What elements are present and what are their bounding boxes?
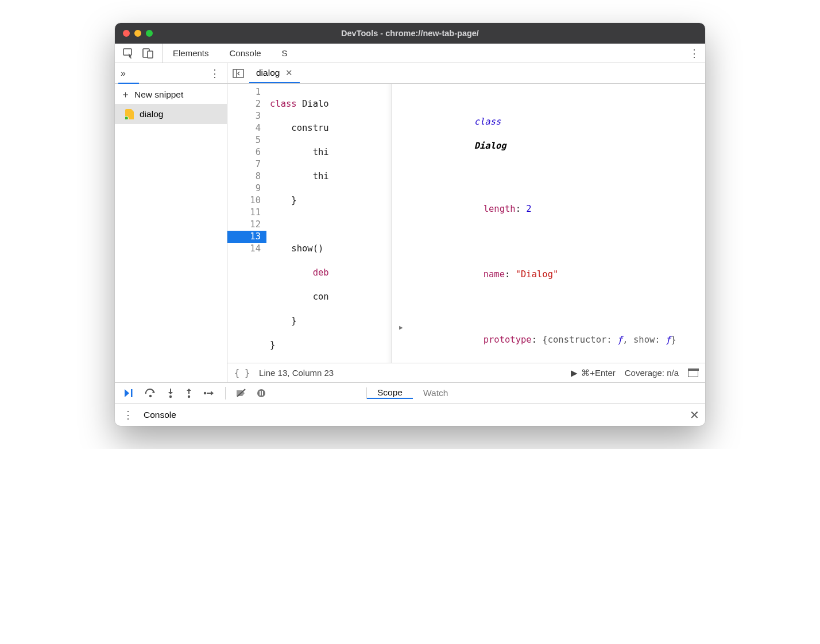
step-over-icon[interactable] [145,389,156,398]
svg-rect-3 [233,69,243,77]
code-content[interactable]: class Dialo constru thi thi } show() deb… [266,84,705,363]
svg-rect-5 [131,389,133,397]
traffic-lights [123,30,153,37]
prop-prototype[interactable]: prototype: {constructor: ƒ, show: ƒ} [399,319,705,360]
tab-elements[interactable]: Elements [163,44,219,63]
tab-sources[interactable]: S [272,44,298,63]
editor-tab-dialog[interactable]: dialog ✕ [249,63,300,83]
new-snippet-button[interactable]: ＋ New snippet [115,85,227,104]
sidebar-header: » ⋮ [115,63,227,84]
debugger-toolbar: Scope Watch [115,382,705,403]
main-toolbar: Elements Console S ⋮ [115,44,705,63]
snippet-item-label: dialog [140,109,163,119]
play-icon: ▶ [571,368,578,378]
new-snippet-label: New snippet [134,90,183,100]
sidebar-expand-icon[interactable]: » [121,68,126,79]
window-title: DevTools - chrome://new-tab-page/ [115,29,705,38]
code-area[interactable]: 1234 5678 9101112 1314 class Dialo const… [227,84,705,363]
sidebar-more-icon[interactable]: ⋮ [207,67,222,80]
tab-scope[interactable]: Scope [367,387,413,399]
svg-point-14 [257,389,265,397]
svg-point-8 [169,395,172,397]
pretty-print-icon[interactable]: { } [234,368,250,378]
run-snippet-button[interactable]: ▶ ⌘+Enter [571,368,616,378]
editor-statusbar: { } Line 13, Column 23 ▶ ⌘+Enter Coverag… [227,363,705,382]
object-preview-popover: class Dialog length: 2 name: "Dialog" pr… [392,84,705,363]
device-toolbar-icon[interactable] [142,48,154,59]
step-out-icon[interactable] [185,388,193,398]
editor-tab-label: dialog [256,68,280,78]
prop-name[interactable]: name: "Dialog" [399,254,705,295]
debugger-sidebar-toggle-icon[interactable] [688,369,698,377]
svg-point-11 [204,391,206,394]
line-gutter: 1234 5678 9101112 1314 [227,84,266,363]
tab-console[interactable]: Console [219,44,272,63]
console-drawer: ⋮ Console ✕ [115,403,705,426]
snippet-file-icon [125,109,134,119]
cursor-position: Line 13, Column 23 [259,368,334,378]
titlebar: DevTools - chrome://new-tab-page/ [115,23,705,44]
sidebar-tab-indicator [118,83,139,84]
close-drawer-icon[interactable]: ✕ [690,408,699,422]
more-options-icon[interactable]: ⋮ [687,47,702,60]
step-icon[interactable] [203,389,215,397]
plus-icon: ＋ [121,88,130,101]
svg-rect-2 [148,51,153,58]
coverage-label: Coverage: n/a [625,368,679,378]
prop-length[interactable]: length: 2 [399,188,705,230]
main-area: » ⋮ ＋ New snippet dialog dialog ✕ [115,63,705,382]
close-tab-icon[interactable]: ✕ [285,68,293,78]
deactivate-breakpoints-icon[interactable] [236,389,246,398]
svg-point-10 [188,395,190,397]
svg-rect-16 [262,391,263,395]
drawer-more-icon[interactable]: ⋮ [121,409,136,421]
editor: dialog ✕ 1234 5678 9101112 1314 class Di… [227,63,705,382]
inspect-icon[interactable] [123,48,134,59]
step-into-icon[interactable] [167,388,175,398]
resume-icon[interactable] [124,389,134,398]
close-window-icon[interactable] [123,30,130,37]
devtools-window: DevTools - chrome://new-tab-page/ Elemen… [115,23,705,426]
svg-rect-0 [123,49,131,55]
pause-on-exceptions-icon[interactable] [257,389,266,398]
editor-tabbar: dialog ✕ [227,63,705,84]
snippet-item-dialog[interactable]: dialog [115,104,227,124]
minimize-window-icon[interactable] [134,30,141,37]
drawer-tab-console[interactable]: Console [144,410,176,420]
svg-rect-15 [260,391,261,395]
navigator-toggle-icon[interactable] [227,63,249,83]
sidebar: » ⋮ ＋ New snippet dialog [115,63,227,382]
popover-title: class Dialog [399,104,705,164]
svg-point-6 [149,394,152,397]
tab-watch[interactable]: Watch [413,387,458,399]
zoom-window-icon[interactable] [146,30,153,37]
